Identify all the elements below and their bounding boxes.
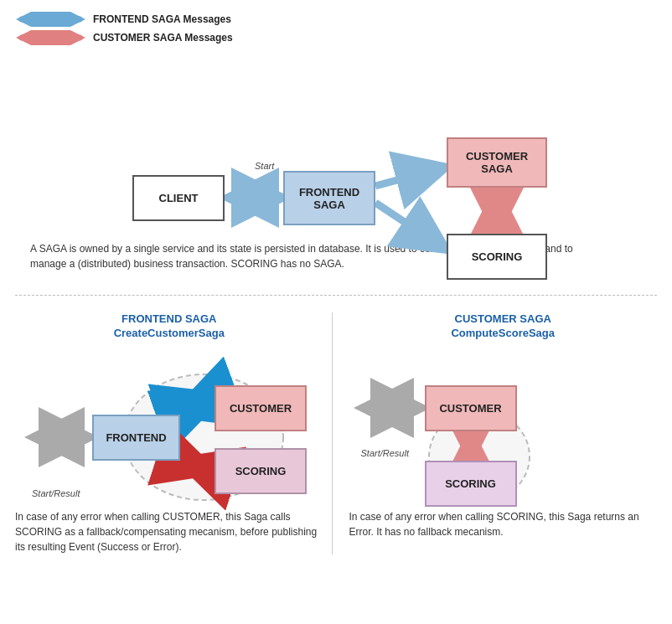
br-saga-title: CUSTOMER SAGA <box>349 312 658 325</box>
bl-scoring-box: SCORING <box>215 448 307 494</box>
legend-customer: CUSTOMER SAGA Messages <box>15 30 657 45</box>
diagram-top: Start CLIENT FRONTEND SAGA CUSTOMER SAGA… <box>15 54 657 229</box>
frontend-saga-box: FRONTEND SAGA <box>283 171 375 225</box>
bl-description: In case of any error when calling CUSTOM… <box>15 509 323 554</box>
bl-start-result: Start/Result <box>32 488 80 498</box>
br-diagram: CUSTOMER SCORING Start/Result <box>349 348 658 503</box>
legend-frontend: FRONTEND SAGA Messages <box>15 12 657 27</box>
bl-saga-subtitle: CreateCustomerSaga <box>15 327 323 339</box>
top-section: FRONTEND SAGA Messages CUSTOMER SAGA Mes… <box>0 0 672 286</box>
frontend-arrow-icon <box>15 12 86 27</box>
svg-line-12 <box>375 167 447 186</box>
customer-arrow-icon <box>15 30 86 45</box>
start-label: Start <box>255 161 274 171</box>
bottom-left-panel: FRONTEND SAGA CreateCustomerSaga <box>15 312 333 554</box>
br-start-result: Start/Result <box>361 448 409 458</box>
br-scoring-box: SCORING <box>425 461 517 507</box>
bl-diagram: FRONTEND CUSTOMER SCORING Start/Result <box>15 348 323 503</box>
legend-customer-label: CUSTOMER SAGA Messages <box>93 32 233 44</box>
customer-saga-box: CUSTOMER SAGA <box>447 137 547 188</box>
br-customer-box: CUSTOMER <box>425 385 517 431</box>
bl-customer-box: CUSTOMER <box>215 385 307 431</box>
legend-frontend-label: FRONTEND SAGA Messages <box>93 13 231 25</box>
bottom-right-panel: CUSTOMER SAGA ComputeScoreSaga <box>333 312 658 554</box>
bottom-section: FRONTEND SAGA CreateCustomerSaga <box>0 304 672 563</box>
scoring-box: SCORING <box>447 234 547 280</box>
client-box: CLIENT <box>132 175 225 221</box>
br-description: In case of any error when calling SCORIN… <box>349 509 658 539</box>
bl-saga-title: FRONTEND SAGA <box>15 312 323 325</box>
section-divider <box>15 295 657 296</box>
bl-frontend-box: FRONTEND <box>92 415 180 461</box>
legend: FRONTEND SAGA Messages CUSTOMER SAGA Mes… <box>15 12 657 45</box>
br-saga-subtitle: ComputeScoreSaga <box>349 327 658 339</box>
